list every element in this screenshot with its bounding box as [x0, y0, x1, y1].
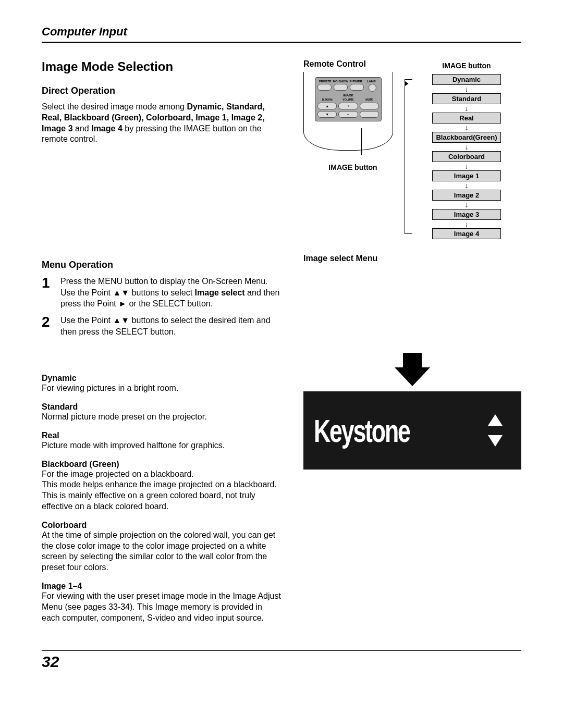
- flow-item: Standard: [432, 93, 501, 104]
- mode-title: Real: [42, 431, 283, 440]
- step-2-number: 2: [42, 315, 53, 337]
- flow-caption: IMAGE button: [412, 61, 521, 70]
- mode-description: At the time of simple projection on the …: [42, 530, 283, 573]
- mode-title: Blackboard (Green): [42, 460, 283, 469]
- keystone-panel: Keystone: [303, 391, 521, 470]
- image-select-menu-title: Image select Menu: [303, 254, 521, 263]
- mode-block: Blackboard (Green)For the image projecte…: [42, 460, 283, 512]
- step-1-number: 1: [42, 276, 53, 310]
- remote-diagram: FREEZE NO SHOW P-TIMER LAMP: [303, 72, 393, 151]
- direct-heading: Direct Operation: [42, 85, 283, 96]
- mode-description: Normal picture mode preset on the projec…: [42, 412, 283, 423]
- flow-arrow-icon: ↓: [412, 124, 521, 131]
- image-button-caption: IMAGE button: [303, 163, 402, 171]
- direct-intro-mid: and: [73, 124, 92, 133]
- mode-title: Image 1–4: [42, 582, 283, 591]
- remote-label-noshow: NO SHOW: [333, 80, 349, 83]
- mode-block: RealPicture mode with improved halftone …: [42, 431, 283, 451]
- step-1-text: Press the MENU button to display the On-…: [60, 276, 283, 310]
- lamp-button: [369, 84, 376, 92]
- mode-description: For the image projected on a blackboard.…: [42, 469, 283, 512]
- mode-description: For viewing pictures in a bright room.: [42, 383, 283, 394]
- flow-arrow-icon: ↓: [412, 143, 521, 151]
- step-2: 2 Use the Point ▲▼ buttons to select the…: [42, 315, 283, 337]
- flow-arrow-icon: ↓: [412, 85, 521, 93]
- volume-up-button: +: [338, 103, 358, 109]
- flow-arrow-icon: ↓: [412, 163, 521, 170]
- page-number: 32: [42, 653, 521, 671]
- image-button: [360, 111, 379, 118]
- mode-title: Colorboard: [42, 521, 283, 530]
- mode-block: DynamicFor viewing pictures in a bright …: [42, 374, 283, 394]
- ptimer-button: [350, 84, 364, 91]
- flow-arrow-icon: ↓: [412, 220, 521, 228]
- section-title: Image Mode Selection: [42, 59, 283, 74]
- image-button-pointer-line: [361, 128, 362, 155]
- dzoom-up-button: ▲: [317, 103, 337, 109]
- mode-block: StandardNormal picture mode preset on th…: [42, 402, 283, 423]
- mode-description: For viewing with the user preset image m…: [42, 591, 283, 623]
- mode-block: Image 1–4For viewing with the user prese…: [42, 582, 283, 623]
- left-column: Image Mode Selection Direct Operation Se…: [42, 59, 283, 632]
- flow-loop-arrow-icon: [405, 81, 409, 87]
- right-column: Remote Control FREEZE NO SHOW P-TIMER LA…: [303, 59, 521, 470]
- flow-item: Blackboard(Green): [432, 132, 501, 143]
- flow-item: Image 4: [432, 228, 501, 239]
- volume-label: VOLUME: [338, 98, 358, 101]
- flow-loop-line: [405, 79, 412, 234]
- remote-image-label: IMAGE: [317, 94, 379, 97]
- step-2-text: Use the Point ▲▼ buttons to select the d…: [60, 315, 283, 337]
- direct-last-bold: Image 4: [91, 124, 123, 133]
- keystone-down-icon: [488, 435, 503, 447]
- mode-block: ColorboardAt the time of simple projecti…: [42, 521, 283, 573]
- remote-label-freeze: FREEZE: [317, 80, 333, 83]
- keystone-up-icon: [488, 414, 503, 426]
- direct-paragraph: Select the desired image mode among Dyna…: [42, 102, 283, 145]
- remote-label-ptimer: P-TIMER: [348, 80, 364, 83]
- step-1-b: Image select: [195, 288, 245, 297]
- direct-intro-pre: Select the desired image mode among: [42, 102, 187, 111]
- down-arrow-icon: [395, 367, 430, 386]
- remote-label-lamp: LAMP: [364, 80, 380, 83]
- flow-item: Dynamic: [432, 74, 501, 85]
- mode-description: Picture mode with improved halftone for …: [42, 440, 283, 451]
- mute-button: [360, 103, 379, 109]
- dzoom-down-button: ▼: [317, 111, 337, 118]
- mute-label: MUTE: [360, 98, 379, 101]
- menu-heading: Menu Operation: [42, 260, 283, 270]
- flow-arrow-icon: ↓: [412, 201, 521, 208]
- keystone-label: Keystone: [314, 412, 410, 449]
- page-header: Computer Input: [42, 25, 521, 43]
- flow-item: Colorboard: [432, 151, 501, 162]
- step-1: 1 Press the MENU button to display the O…: [42, 276, 283, 310]
- noshow-button: [334, 84, 348, 91]
- flow-item: Image 1: [432, 170, 501, 181]
- flow-item: Image 3: [432, 209, 501, 220]
- flow-arrow-icon: ↓: [412, 182, 521, 189]
- mode-title: Standard: [42, 402, 283, 412]
- freeze-button: [317, 84, 332, 91]
- remote-title: Remote Control: [303, 59, 402, 69]
- flow-item: Real: [432, 113, 501, 124]
- dzoom-label: D.ZOOM: [317, 98, 337, 101]
- volume-down-button: −: [338, 111, 358, 118]
- flow-item: Image 2: [432, 190, 501, 201]
- flow-arrow-icon: ↓: [412, 105, 521, 112]
- mode-title: Dynamic: [42, 374, 283, 383]
